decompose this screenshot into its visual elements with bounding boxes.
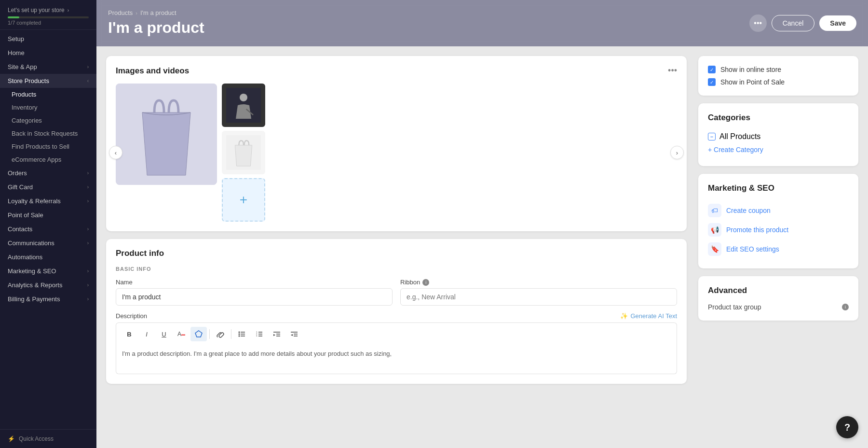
thumb-svg-2 — [226, 135, 261, 170]
edit-seo-item[interactable]: 🔖 Edit SEO settings — [708, 239, 849, 259]
chevron-icon-contacts: › — [87, 226, 89, 232]
product-tax-group-label: Product tax group — [708, 303, 761, 311]
more-options-button[interactable]: ••• — [749, 14, 767, 32]
sidebar-label-ecommerce-apps: eCommerce Apps — [12, 156, 61, 163]
sidebar-item-ecommerce-apps[interactable]: eCommerce Apps — [0, 153, 96, 166]
sidebar-item-analytics[interactable]: Analytics & Reports › — [0, 278, 96, 292]
seo-icon: 🔖 — [708, 242, 721, 256]
advanced-title: Advanced — [708, 286, 747, 295]
indent-icon — [273, 330, 281, 338]
sidebar-item-contacts[interactable]: Contacts › — [0, 222, 96, 236]
sidebar-item-automations[interactable]: Automations — [0, 250, 96, 264]
sidebar-label-home: Home — [8, 49, 89, 56]
sidebar-label-comms: Communications — [8, 239, 87, 247]
setup-label: Let's set up your store — [8, 7, 65, 14]
description-editor[interactable]: I'm a product description. I'm a great p… — [116, 345, 677, 374]
sidebar-label-auto: Automations — [8, 253, 89, 261]
help-button[interactable]: ? — [836, 416, 858, 438]
sidebar-item-back-in-stock[interactable]: Back in Stock Requests — [0, 127, 96, 140]
indent-button[interactable] — [269, 327, 285, 341]
save-button[interactable]: Save — [819, 15, 856, 31]
main-product-image[interactable] — [116, 84, 217, 185]
product-info-title: Product info — [116, 249, 164, 258]
progress-bar-track — [8, 16, 89, 18]
cancel-button[interactable]: Cancel — [772, 15, 815, 31]
highlight-button[interactable] — [190, 327, 207, 341]
setup-progress-label[interactable]: Let's set up your store › — [8, 7, 89, 14]
sidebar-item-communications[interactable]: Communications › — [0, 236, 96, 250]
breadcrumb-products[interactable]: Products — [108, 9, 133, 16]
text-color-button[interactable]: A▬ — [173, 327, 190, 341]
sidebar-item-home[interactable]: Home — [0, 46, 96, 60]
bullet-list-button[interactable] — [234, 327, 250, 341]
create-category-button[interactable]: + Create Category — [708, 143, 763, 156]
ribbon-group: Ribbon i — [400, 279, 677, 306]
italic-button[interactable]: I — [138, 327, 155, 341]
images-menu-button[interactable]: ••• — [668, 66, 677, 76]
outdent-button[interactable] — [286, 327, 302, 341]
desc-label-row: Description ✨ Generate AI Text — [116, 312, 677, 320]
show-online-store-row: Show in online store — [708, 66, 849, 73]
svg-line-6 — [219, 333, 221, 335]
chevron-icon-comms: › — [87, 240, 89, 246]
sidebar-item-setup[interactable]: Setup — [0, 32, 96, 46]
sidebar-item-site-app[interactable]: Site & App › — [0, 60, 96, 74]
images-next-button[interactable]: › — [670, 146, 684, 159]
dots-icon: ••• — [754, 19, 762, 28]
show-online-store-checkbox[interactable] — [708, 66, 716, 73]
sidebar-item-orders[interactable]: Orders › — [0, 166, 96, 180]
images-prev-button[interactable]: ‹ — [109, 146, 122, 159]
sidebar-item-loyalty-referrals[interactable]: Loyalty & Referrals › — [0, 194, 96, 208]
categories-header: Categories — [708, 113, 849, 123]
bold-button[interactable]: B — [121, 327, 137, 341]
progress-text: 1/7 completed — [8, 20, 89, 26]
link-button[interactable] — [212, 327, 229, 341]
generate-ai-button[interactable]: ✨ Generate AI Text — [620, 312, 677, 320]
main-content: Products › I'm a product I'm a product •… — [96, 0, 868, 448]
sidebar-item-inventory[interactable]: Inventory — [0, 101, 96, 114]
sidebar-item-billing[interactable]: Billing & Payments › — [0, 292, 96, 306]
thumbnail-2[interactable] — [222, 131, 265, 174]
sidebar-label-gift-card: Gift Card — [8, 183, 87, 191]
all-products-checkbox[interactable] — [708, 133, 716, 140]
sidebar-item-products[interactable]: Products — [0, 88, 96, 101]
promote-product-label: Promote this product — [726, 226, 788, 234]
sidebar-item-find-products[interactable]: Find Products to Sell — [0, 140, 96, 153]
promote-product-item[interactable]: 📢 Promote this product — [708, 220, 849, 239]
breadcrumb: Products › I'm a product — [108, 9, 204, 16]
thumbnail-1[interactable] — [222, 84, 265, 127]
sidebar-nav: Setup Home Site & App › Store Products ‹… — [0, 30, 96, 308]
create-coupon-label: Create coupon — [726, 207, 771, 214]
numbered-list-button[interactable]: 1.2.3. — [251, 327, 268, 341]
quick-access-button[interactable]: ⚡ Quick Access — [0, 429, 96, 448]
link-icon — [217, 330, 224, 338]
sidebar-item-store-products[interactable]: Store Products ‹ — [0, 74, 96, 88]
topbar-left: Products › I'm a product I'm a product — [108, 9, 204, 37]
chevron-icon-store: ‹ — [87, 78, 89, 84]
add-image-button[interactable]: + — [222, 178, 265, 222]
create-coupon-item[interactable]: 🏷 Create coupon — [708, 201, 849, 220]
page-title: I'm a product — [108, 18, 204, 37]
toolbar-divider-2 — [231, 329, 231, 339]
chevron-icon-analytics: › — [87, 282, 89, 288]
show-pos-checkbox[interactable] — [708, 78, 716, 86]
show-pos-label: Show in Point of Sale — [720, 78, 785, 86]
product-image-svg — [116, 84, 217, 185]
name-input[interactable] — [116, 288, 393, 306]
product-tax-group-row: Product tax group i — [708, 303, 849, 311]
sidebar-item-categories[interactable]: Categories — [0, 114, 96, 127]
underline-button[interactable]: U — [156, 327, 172, 341]
sidebar-label-site-app: Site & App — [8, 63, 87, 70]
main-column: Images and videos ••• ‹ — [96, 46, 694, 448]
marketing-seo-header: Marketing & SEO — [708, 183, 849, 193]
sidebar-item-point-of-sale[interactable]: Point of Sale — [0, 208, 96, 222]
advanced-header: Advanced — [708, 286, 849, 295]
sidebar-item-gift-card[interactable]: Gift Card › — [0, 180, 96, 194]
toolbar-divider-1 — [209, 329, 210, 339]
bullet-list-icon — [238, 330, 246, 338]
sidebar-item-marketing-seo[interactable]: Marketing & SEO › — [0, 264, 96, 278]
ribbon-input[interactable] — [400, 288, 677, 306]
name-label: Name — [116, 279, 393, 286]
setup-arrow-icon: › — [68, 8, 69, 13]
editor-toolbar: B I U A▬ 1.2.3. — [116, 322, 677, 345]
